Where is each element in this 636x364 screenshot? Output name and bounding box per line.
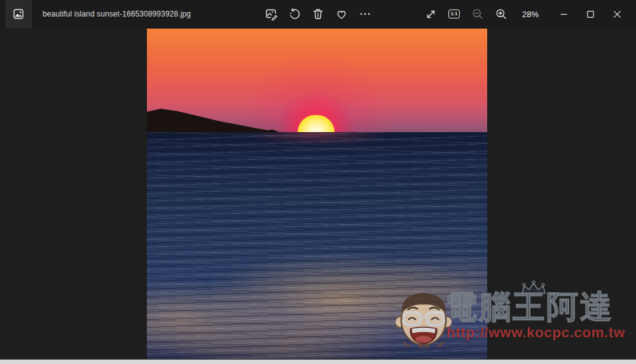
app-tab-button[interactable]: [5, 0, 32, 28]
titlebar: beautiful island sunset-1665308993928.jp…: [0, 0, 636, 28]
center-toolbar: [261, 0, 375, 28]
minimize-button[interactable]: [550, 0, 577, 28]
right-controls: 1:1: [421, 0, 636, 28]
wave-texture: [147, 132, 487, 359]
photos-app-icon: [12, 8, 25, 20]
trash-icon: [312, 8, 324, 20]
filename-title: beautiful island sunset-1665308993928.jp…: [43, 10, 191, 18]
photo-viewport[interactable]: [147, 29, 487, 359]
minimize-icon: [560, 11, 567, 18]
maximize-button[interactable]: [577, 0, 604, 28]
fullscreen-button[interactable]: [421, 4, 440, 24]
bottom-edge-strip: [0, 360, 636, 364]
maximize-icon: [587, 11, 594, 18]
crown-icon: [518, 281, 549, 298]
more-options-button[interactable]: [356, 4, 375, 24]
setting-sun: [298, 115, 335, 132]
delete-button[interactable]: [308, 4, 328, 24]
diagonal-expand-icon: [425, 8, 437, 20]
zoom-level-label: 28%: [511, 10, 550, 19]
ellipsis-icon: [359, 8, 371, 20]
rotate-icon: [288, 8, 301, 20]
actual-size-button[interactable]: 1:1: [445, 4, 464, 24]
heart-outline-icon: [335, 8, 348, 20]
zoom-in-button[interactable]: [492, 4, 511, 24]
photos-app-window: beautiful island sunset-1665308993928.jp…: [0, 0, 636, 364]
magnifier-minus-icon: [471, 8, 484, 20]
favorite-button[interactable]: [332, 4, 351, 24]
ocean: [147, 132, 487, 359]
rotate-button[interactable]: [285, 4, 304, 24]
sunset-sky: [147, 29, 487, 132]
zoom-out-button[interactable]: [468, 4, 487, 24]
view-controls: 1:1: [421, 4, 511, 24]
close-button[interactable]: [604, 0, 630, 28]
magnifier-plus-icon: [495, 8, 508, 20]
close-icon: [614, 11, 621, 18]
edit-image-icon: [265, 8, 278, 21]
edit-image-button[interactable]: [261, 4, 280, 24]
island-silhouette: [147, 29, 284, 134]
one-to-one-icon: 1:1: [448, 10, 460, 19]
